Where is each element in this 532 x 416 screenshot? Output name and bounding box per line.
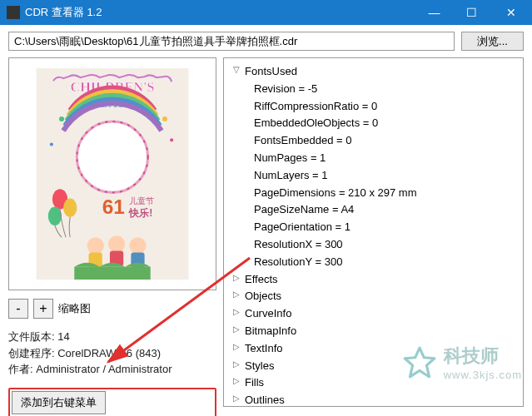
tree-node-textinfo[interactable]: TextInfo xyxy=(245,340,283,358)
svg-point-19 xyxy=(170,138,173,141)
tree-children: Revision = -5 RiffCompressionRatio = 0 E… xyxy=(254,81,516,271)
creator-row: 创建程序: CorelDRAW X6 (843) xyxy=(8,345,216,362)
pathbar: 浏览... xyxy=(0,25,532,57)
tree-node-objects[interactable]: Objects xyxy=(245,288,281,305)
tree-leaf: ResolutionY = 300 xyxy=(254,254,516,271)
tree-node-curveinfo[interactable]: CurveInfo xyxy=(245,305,291,323)
version-row: 文件版本: 14 xyxy=(8,329,216,345)
tree-toggle-icon[interactable]: ▽ xyxy=(231,63,242,77)
svg-point-20 xyxy=(59,116,64,121)
tree-leaf: NumLayers = 1 xyxy=(254,167,516,185)
svg-point-15 xyxy=(129,237,146,254)
author-row: 作者: Administrator / Administrator xyxy=(8,361,216,378)
tree-leaf: FontsEmbedded = 0 xyxy=(254,132,516,150)
svg-text:61: 61 xyxy=(102,196,125,218)
tree-toggle-icon[interactable]: ▷ xyxy=(231,323,242,336)
tree-toggle-icon[interactable]: ▷ xyxy=(231,271,242,285)
svg-point-13 xyxy=(108,235,125,252)
preview-box: CHILDREN'S DAY 61 儿童节 快乐! xyxy=(8,57,216,290)
maximize-button[interactable]: ☐ xyxy=(453,0,490,25)
app-icon xyxy=(7,6,20,19)
tree-toggle-icon[interactable]: ▷ xyxy=(231,305,242,319)
tree-node-fontsused[interactable]: FontsUsed xyxy=(245,63,297,81)
tree-node-styles[interactable]: Styles xyxy=(245,358,274,375)
tree-leaf: ResolutionX = 300 xyxy=(254,236,516,254)
svg-point-18 xyxy=(162,116,167,121)
browse-button[interactable]: 浏览... xyxy=(461,32,524,51)
add-contextmenu-button[interactable]: 添加到右键菜单 xyxy=(12,391,106,414)
tree-node-fills[interactable]: Fills xyxy=(245,374,264,392)
tree-toggle-icon[interactable]: ▷ xyxy=(231,288,242,301)
thumb-controls: - + 缩略图 xyxy=(8,299,216,319)
window-title: CDR 查看器 1.2 xyxy=(25,5,415,20)
preview-image: CHILDREN'S DAY 61 儿童节 快乐! xyxy=(19,68,206,280)
window-controls: — ☐ ✕ xyxy=(415,0,532,25)
tree-leaf: PageOrientation = 1 xyxy=(254,219,516,236)
tree-node-effects[interactable]: Effects xyxy=(245,271,278,289)
svg-point-6 xyxy=(63,198,77,216)
filepath-input[interactable] xyxy=(8,32,455,51)
svg-rect-17 xyxy=(74,267,150,280)
tree-leaf: PageDimensions = 210 x 297 mm xyxy=(254,185,516,202)
add-button-highlight: 添加到右键菜单 xyxy=(8,388,216,417)
tree-leaf: EmbeddedOleObjects = 0 xyxy=(254,115,516,132)
tree-leaf: Revision = -5 xyxy=(254,81,516,98)
zoom-out-button[interactable]: - xyxy=(8,299,28,319)
tree-toggle-icon[interactable]: ▷ xyxy=(231,340,242,354)
tree-toggle-icon[interactable]: ▷ xyxy=(231,392,242,405)
titlebar: CDR 查看器 1.2 — ☐ ✕ xyxy=(0,0,532,25)
thumb-label: 缩略图 xyxy=(58,301,91,316)
tree-node-outlines[interactable]: Outlines xyxy=(245,392,285,407)
tree-leaf: PageSizeName = A4 xyxy=(254,201,516,219)
minimize-button[interactable]: — xyxy=(415,0,453,25)
tree-toggle-icon[interactable]: ▷ xyxy=(231,358,242,371)
tree-toggle-icon[interactable]: ▷ xyxy=(231,374,242,388)
svg-text:儿童节: 儿童节 xyxy=(129,196,154,206)
svg-point-21 xyxy=(50,142,53,146)
tree-node-bitmapinfo[interactable]: BitmapInfo xyxy=(245,323,296,340)
left-panel: CHILDREN'S DAY 61 儿童节 快乐! xyxy=(8,57,216,407)
svg-text:快乐!: 快乐! xyxy=(128,207,152,219)
tree-leaf: RiffCompressionRatio = 0 xyxy=(254,98,516,116)
svg-point-11 xyxy=(87,237,104,254)
main-area: CHILDREN'S DAY 61 儿童节 快乐! xyxy=(0,57,532,415)
tree-leaf: NumPages = 1 xyxy=(254,150,516,167)
properties-tree: ▽FontsUsed Revision = -5 RiffCompression… xyxy=(223,57,524,407)
close-button[interactable]: ✕ xyxy=(490,0,532,25)
zoom-in-button[interactable]: + xyxy=(33,299,53,319)
file-info: 文件版本: 14 创建程序: CorelDRAW X6 (843) 作者: Ad… xyxy=(8,329,216,378)
